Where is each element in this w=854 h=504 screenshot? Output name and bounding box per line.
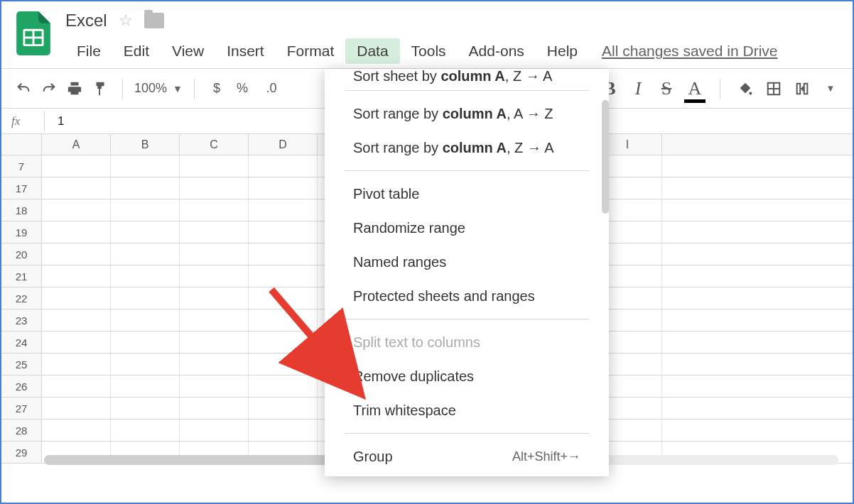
cell[interactable] (180, 243, 249, 265)
cell[interactable] (180, 309, 249, 331)
row-header[interactable]: 21 (1, 265, 42, 287)
cell[interactable] (42, 398, 111, 419)
redo-button[interactable] (38, 78, 60, 99)
row-header[interactable]: 17 (1, 177, 42, 199)
menu-item[interactable]: Named ranges (325, 245, 609, 279)
italic-button[interactable]: I (627, 78, 649, 99)
print-button[interactable] (64, 78, 85, 99)
menu-view[interactable]: View (161, 38, 215, 64)
column-header[interactable]: D (249, 134, 318, 155)
menu-item[interactable]: Protected sheets and ranges (325, 279, 609, 313)
cell[interactable] (42, 243, 111, 265)
cell[interactable] (249, 177, 318, 199)
cell[interactable] (111, 287, 180, 309)
zoom-selector[interactable]: 100%▼ (134, 81, 183, 96)
column-header[interactable]: B (111, 134, 180, 155)
row-header[interactable]: 27 (1, 398, 42, 419)
cell[interactable] (180, 155, 249, 177)
cell[interactable] (249, 243, 318, 265)
cell[interactable] (111, 177, 180, 199)
cell[interactable] (42, 199, 111, 221)
row-header[interactable]: 23 (1, 309, 42, 331)
cell[interactable] (249, 199, 318, 221)
cell[interactable] (249, 287, 318, 309)
menu-item[interactable]: Sort range by column A, Z → A (325, 131, 609, 165)
cell[interactable] (42, 354, 111, 375)
cell[interactable] (42, 287, 111, 309)
cell[interactable] (42, 332, 111, 353)
cell[interactable] (111, 243, 180, 265)
cell[interactable] (180, 199, 249, 221)
format-currency-button[interactable]: $ (206, 78, 227, 99)
cell[interactable] (249, 309, 318, 331)
row-header[interactable]: 24 (1, 332, 42, 353)
cell[interactable] (111, 199, 180, 221)
strikethrough-button[interactable]: S (656, 78, 677, 99)
cell[interactable] (42, 265, 111, 287)
cell[interactable] (111, 398, 180, 419)
cell[interactable] (42, 155, 111, 177)
cell[interactable] (111, 309, 180, 331)
cell[interactable] (180, 420, 249, 441)
cell[interactable] (180, 221, 249, 243)
column-header[interactable]: A (42, 134, 111, 155)
menu-item[interactable]: Randomize range (325, 211, 609, 245)
menu-format[interactable]: Format (276, 38, 346, 64)
cell[interactable] (111, 155, 180, 177)
fill-color-button[interactable] (735, 78, 756, 99)
menu-item[interactable]: Remove duplicates (325, 359, 609, 393)
cell[interactable] (180, 332, 249, 353)
cell[interactable] (249, 354, 318, 375)
row-header[interactable]: 25 (1, 354, 42, 375)
merge-cells-button[interactable] (791, 78, 813, 99)
row-header[interactable]: 7 (1, 155, 42, 177)
row-header[interactable]: 26 (1, 376, 42, 397)
cell[interactable] (42, 309, 111, 331)
cell[interactable] (111, 332, 180, 353)
menu-file[interactable]: File (65, 38, 112, 64)
menu-help[interactable]: Help (536, 38, 589, 64)
select-all-corner[interactable] (1, 134, 42, 155)
menu-item[interactable]: Trim whitespace (325, 393, 609, 427)
column-header[interactable]: C (180, 134, 249, 155)
cell[interactable] (180, 177, 249, 199)
star-icon[interactable]: ☆ (119, 11, 133, 30)
cell[interactable] (42, 376, 111, 397)
menu-data[interactable]: Data (345, 38, 399, 64)
folder-icon[interactable] (144, 13, 164, 28)
menu-addons[interactable]: Add-ons (458, 38, 536, 64)
row-header[interactable]: 22 (1, 287, 42, 309)
cell[interactable] (249, 155, 318, 177)
cell[interactable] (111, 376, 180, 397)
cell[interactable] (249, 398, 318, 419)
undo-button[interactable] (13, 78, 34, 99)
menu-tools[interactable]: Tools (400, 38, 458, 64)
menu-item[interactable]: Sort sheet by column A, Z → A (325, 69, 609, 84)
menu-item[interactable]: Pivot table (325, 177, 609, 211)
dropdown-scrollbar[interactable] (602, 100, 609, 214)
text-color-button[interactable]: A (684, 78, 706, 99)
menu-item[interactable]: GroupAlt+Shift+→ (325, 439, 609, 473)
borders-button[interactable] (763, 78, 784, 99)
cell[interactable] (111, 265, 180, 287)
cell[interactable] (180, 287, 249, 309)
cell[interactable] (249, 221, 318, 243)
row-header[interactable]: 29 (1, 442, 42, 463)
paint-format-button[interactable] (90, 78, 111, 99)
row-header[interactable]: 18 (1, 199, 42, 221)
cell[interactable] (111, 354, 180, 375)
cell[interactable] (180, 398, 249, 419)
format-percent-button[interactable]: % (232, 78, 253, 99)
row-header[interactable]: 28 (1, 420, 42, 441)
cell[interactable] (42, 177, 111, 199)
drive-status[interactable]: All changes saved in Drive (602, 38, 777, 64)
cell[interactable] (249, 420, 318, 441)
decrease-decimal-button[interactable]: .0 (257, 78, 286, 99)
cell[interactable] (111, 420, 180, 441)
menu-item[interactable]: Sort range by column A, A → Z (325, 97, 609, 131)
cell[interactable] (111, 221, 180, 243)
cell[interactable] (42, 420, 111, 441)
cell[interactable] (42, 221, 111, 243)
row-header[interactable]: 20 (1, 243, 42, 265)
cell[interactable] (180, 265, 249, 287)
